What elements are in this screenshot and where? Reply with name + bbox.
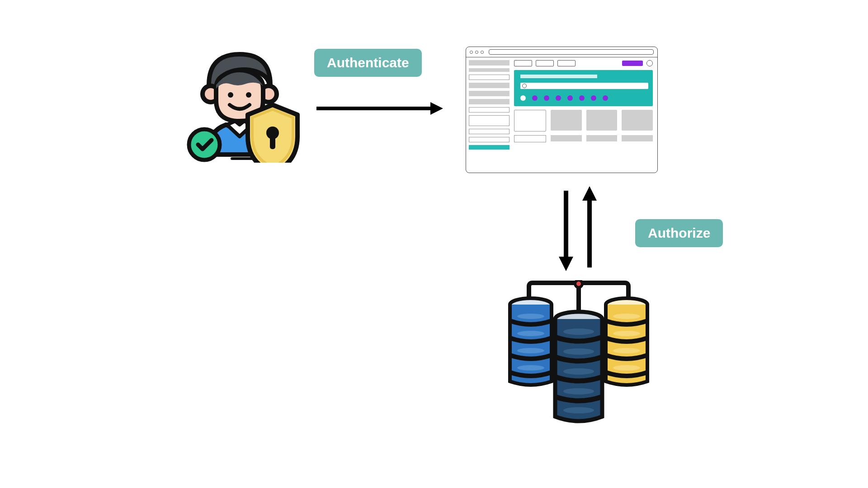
svg-point-29	[563, 348, 594, 355]
svg-point-24	[613, 331, 640, 336]
browser-topbar	[466, 47, 657, 57]
hero-banner-icon	[514, 70, 653, 106]
arrow-authorize-icon	[551, 185, 605, 271]
svg-point-3	[246, 92, 251, 98]
svg-point-30	[563, 368, 594, 375]
svg-point-20	[517, 348, 544, 353]
svg-point-28	[563, 328, 594, 335]
svg-point-32	[563, 407, 594, 413]
authenticate-label: Authenticate	[314, 49, 422, 77]
svg-marker-9	[430, 102, 443, 115]
svg-point-15	[575, 280, 582, 287]
svg-point-25	[613, 348, 640, 353]
svg-rect-6	[270, 136, 275, 149]
svg-marker-13	[582, 186, 597, 201]
svg-point-18	[517, 314, 544, 319]
address-bar-icon	[489, 49, 654, 55]
webapp-browser-icon	[466, 47, 658, 173]
svg-point-26	[613, 365, 640, 371]
window-dot-icon	[475, 51, 478, 54]
user-shield-icon	[176, 45, 303, 163]
window-dot-icon	[481, 51, 484, 54]
window-dot-icon	[470, 51, 473, 54]
svg-point-2	[228, 92, 233, 98]
svg-point-23	[613, 314, 640, 319]
authorize-label: Authorize	[635, 219, 723, 247]
arrow-authenticate-icon	[316, 99, 443, 117]
browser-main	[512, 57, 657, 164]
search-icon	[522, 84, 527, 88]
svg-point-21	[517, 365, 544, 371]
search-bar-icon	[520, 83, 648, 89]
svg-marker-11	[559, 257, 573, 271]
svg-point-19	[517, 331, 544, 336]
browser-sidebar	[466, 57, 512, 164]
svg-point-31	[563, 388, 594, 394]
server-cluster-icon	[506, 280, 651, 429]
primary-button-icon	[622, 61, 643, 66]
